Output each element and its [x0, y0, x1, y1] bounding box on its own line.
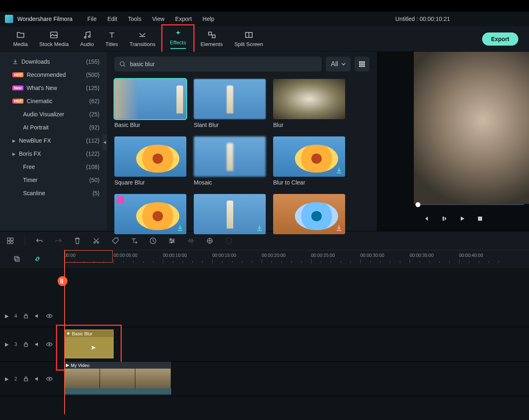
svg-rect-0 [51, 32, 57, 38]
delete-button[interactable] [73, 236, 82, 245]
undo-button[interactable] [35, 236, 44, 245]
menu-file[interactable]: File [87, 16, 97, 22]
sidebar-item-downloads[interactable]: Downloads (155) [0, 55, 107, 68]
menu-export[interactable]: Export [175, 16, 192, 22]
tab-transitions[interactable]: Transitions [124, 28, 161, 50]
lock-icon[interactable] [23, 376, 29, 382]
sidebar-item-recommended[interactable]: HOTRecommended (500) [0, 68, 107, 81]
effect-slant-blur[interactable]: Slant Blur [194, 79, 266, 128]
menu-tools[interactable]: Tools [128, 16, 142, 22]
svg-point-33 [226, 238, 232, 244]
search-input[interactable] [114, 57, 322, 72]
effect-blur-to-clear[interactable]: Blur to Clear [273, 136, 345, 186]
preview-scrubber[interactable] [418, 204, 524, 208]
audio-bars-icon[interactable] [186, 236, 195, 245]
lock-icon[interactable] [23, 313, 29, 319]
svg-point-1 [84, 37, 86, 38]
sidebar-item-boris-fx[interactable]: ▶Boris FX (122) [0, 147, 107, 160]
effect-basic-blur[interactable]: Basic Blur [114, 79, 186, 128]
filter-dropdown[interactable]: All [326, 57, 350, 72]
tab-media[interactable]: Media [7, 28, 33, 50]
playhead[interactable] [64, 250, 65, 414]
menu-view[interactable]: View [152, 16, 165, 22]
sidebar-item-audio-visualizer[interactable]: Audio Visualizer (25) [0, 108, 107, 121]
volume-icon[interactable] [35, 376, 40, 382]
sidebar-item-newblue-fx[interactable]: ▶NewBlue FX (112) [0, 134, 107, 147]
download-icon [256, 224, 263, 232]
download-icon [12, 59, 18, 65]
eye-icon[interactable] [46, 314, 53, 318]
svg-point-24 [170, 238, 172, 240]
image-icon [49, 30, 58, 39]
effects-panel: ◀ All Basic Blur Slant Blur [107, 52, 377, 231]
sidebar-item-scanline[interactable]: Scanline (5) [0, 187, 107, 200]
grid-view-toggle[interactable] [355, 57, 369, 72]
eye-icon[interactable] [46, 377, 53, 381]
layout-icon[interactable] [6, 236, 15, 245]
track-2[interactable]: ▶2 ▶My Video [0, 362, 529, 396]
effect-mosaic[interactable]: Mosaic [194, 136, 266, 186]
volume-icon[interactable] [35, 342, 40, 347]
menu-help[interactable]: Help [202, 16, 214, 22]
preview-panel [377, 52, 529, 231]
volume-icon[interactable] [35, 313, 40, 319]
timeline-ruler[interactable]: 00:0000:00:05:0000:00:10:0000:00:15:0000… [63, 250, 529, 268]
tabbar: Media Stock Media Audio Titles Transitio… [0, 26, 529, 52]
tab-elements[interactable]: Elements [195, 28, 228, 50]
playhead-handle[interactable] [58, 276, 67, 286]
crop-icon[interactable] [205, 236, 214, 245]
sidebar-item-ai-portrait[interactable]: AI Portrait (92) [0, 121, 107, 134]
stop-button[interactable] [477, 216, 483, 223]
scrub-handle[interactable] [415, 202, 420, 207]
play-button[interactable] [459, 215, 466, 224]
prev-frame-button[interactable] [423, 215, 429, 224]
hot-badge-icon: HOT [12, 99, 23, 104]
clip-basic-blur[interactable]: ★Basic Blur [64, 330, 114, 358]
download-icon [335, 224, 343, 232]
export-button[interactable]: Export [482, 32, 518, 46]
redo-button[interactable] [54, 236, 63, 245]
speed-icon[interactable] [148, 236, 158, 245]
svg-rect-3 [209, 32, 211, 35]
cut-button[interactable] [92, 236, 101, 245]
effect-item-7[interactable] [114, 194, 186, 234]
copy-icon[interactable] [12, 254, 21, 263]
preview-canvas[interactable] [414, 52, 529, 204]
tag-icon[interactable] [111, 236, 120, 245]
svg-rect-35 [16, 258, 19, 261]
tab-audio[interactable]: Audio [74, 28, 100, 50]
adjust-icon[interactable] [167, 236, 176, 245]
transitions-icon [138, 30, 147, 39]
hot-badge-icon: HOT [12, 72, 23, 77]
collapse-sidebar-handle[interactable]: ◀ [102, 134, 107, 150]
new-badge-icon: New [12, 85, 23, 90]
download-icon [176, 224, 184, 232]
menu-edit[interactable]: Edit [107, 16, 117, 22]
sidebar-item-timer[interactable]: Timer (50) [0, 173, 107, 187]
link-icon[interactable] [33, 254, 42, 263]
sidebar-item-free[interactable]: Free (108) [0, 160, 107, 173]
effects-category-sidebar[interactable]: Downloads (155) HOTRecommended (500) New… [0, 52, 107, 231]
add-text-icon[interactable] [130, 236, 139, 245]
eye-icon[interactable] [46, 342, 53, 346]
sidebar-item-whats-new[interactable]: NewWhat's New (125) [0, 81, 107, 95]
search-icon [119, 61, 126, 67]
tab-effects[interactable]: Effects [164, 26, 192, 51]
svg-rect-10 [359, 63, 361, 65]
play-pause-button[interactable] [441, 215, 448, 224]
video-track-icon: ▶ [5, 376, 9, 382]
tab-stock-media[interactable]: Stock Media [33, 28, 74, 50]
effect-blur[interactable]: Blur [273, 79, 345, 128]
clip-my-video[interactable]: ▶My Video [64, 362, 171, 395]
search-field[interactable] [130, 61, 317, 67]
track-3[interactable]: ▶3 ★Basic Blur ➤ [0, 327, 529, 362]
track-4[interactable]: ▶4 [0, 305, 529, 327]
effect-item-9[interactable] [273, 194, 345, 234]
lock-icon[interactable] [23, 342, 29, 347]
tab-titles[interactable]: Titles [100, 28, 124, 50]
sidebar-item-cinematic[interactable]: HOTCinematic (62) [0, 95, 107, 108]
effect-item-8[interactable] [194, 194, 266, 234]
effect-square-blur[interactable]: Square Blur [114, 136, 186, 186]
tab-split-screen[interactable]: Split Screen [229, 28, 269, 50]
color-icon[interactable] [224, 236, 233, 245]
